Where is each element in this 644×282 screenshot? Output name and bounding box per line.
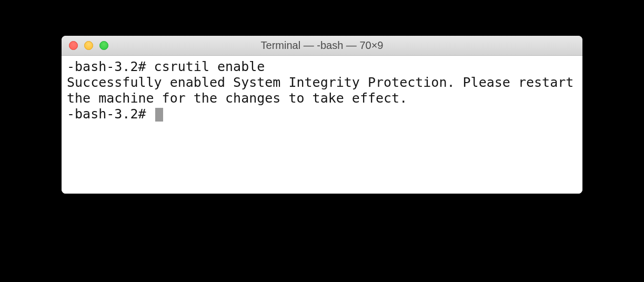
output-line: Successfully enabled System Integrity Pr… [67, 75, 577, 106]
maximize-icon[interactable] [99, 41, 108, 50]
cursor-icon [155, 108, 163, 122]
prompt-line: -bash-3.2# [67, 106, 577, 122]
terminal-body[interactable]: -bash-3.2# csrutil enableSuccessfully en… [62, 56, 582, 194]
command-line: -bash-3.2# csrutil enable [67, 59, 577, 75]
terminal-window: Terminal — -bash — 70×9 -bash-3.2# csrut… [62, 36, 582, 194]
minimize-icon[interactable] [84, 41, 93, 50]
command-text: csrutil enable [154, 59, 265, 74]
shell-prompt: -bash-3.2# [67, 59, 154, 74]
shell-prompt: -bash-3.2# [67, 106, 154, 122]
close-icon[interactable] [69, 41, 78, 50]
traffic-lights [62, 41, 108, 50]
window-title: Terminal — -bash — 70×9 [62, 39, 582, 52]
window-titlebar[interactable]: Terminal — -bash — 70×9 [62, 36, 582, 56]
